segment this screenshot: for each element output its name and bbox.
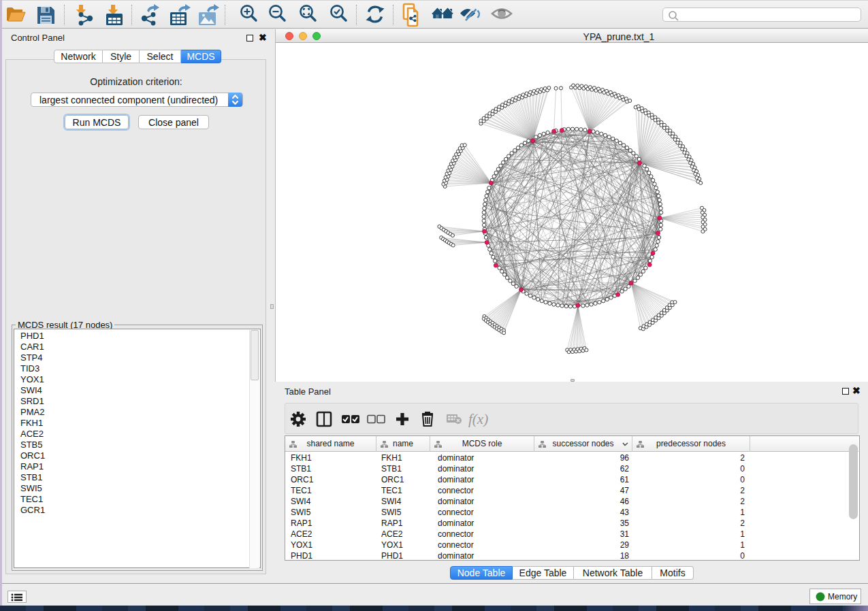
svg-text:f(x): f(x) xyxy=(468,411,488,427)
